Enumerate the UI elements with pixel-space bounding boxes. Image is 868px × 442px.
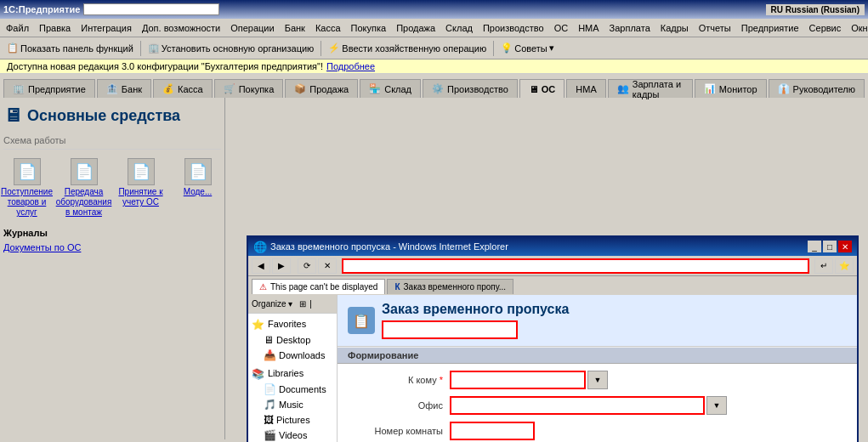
tab-sales[interactable]: 📦 Продажа — [285, 79, 358, 98]
form-header-input[interactable] — [382, 320, 518, 339]
menu-enterprise[interactable]: Предприятие — [737, 21, 803, 35]
nav-tabs: 🏢 Предприятие 🏦 Банк 💰 Касса 🛒 Покупка 📦… — [0, 74, 868, 98]
menu-edit[interactable]: Правка — [35, 21, 75, 35]
menu-bank[interactable]: Банк — [281, 21, 309, 35]
tab-enterprise[interactable]: 🏢 Предприятие — [3, 79, 95, 98]
icon-receipt[interactable]: 📄 Поступление товаров и услуг — [3, 158, 50, 218]
menu-os[interactable]: ОС — [550, 21, 573, 35]
menu-production[interactable]: Производство — [479, 21, 548, 35]
ie-tab-order[interactable]: К Заказ временного пропу... — [387, 279, 513, 294]
close-button[interactable]: ✕ — [838, 241, 852, 252]
form-title: Заказ временного пропуска — [382, 302, 569, 317]
libraries-item[interactable]: 📚 Libraries — [252, 366, 333, 382]
recipient-input[interactable] — [450, 371, 586, 389]
tab-kassa[interactable]: 💰 Касса — [153, 79, 213, 98]
menu-kassa[interactable]: Касса — [311, 21, 345, 35]
back-button[interactable]: ◀ — [252, 258, 270, 274]
music-item[interactable]: 🎵 Music — [264, 397, 333, 412]
organize-label[interactable]: Organize ▾ — [252, 299, 292, 309]
title-input[interactable] — [83, 3, 219, 15]
menu-staff[interactable]: Кадры — [656, 21, 693, 35]
model-icon: 📄 — [184, 158, 212, 185]
tab-bank[interactable]: 🏦 Банк — [97, 79, 151, 98]
enter-operation-button[interactable]: ⚡ Ввести хозяйственную операцию — [325, 41, 490, 55]
tab-monitor[interactable]: 📊 Монитор — [695, 79, 767, 98]
menu-nma[interactable]: НМА — [574, 21, 603, 35]
icon-transfer[interactable]: 📄 Передача оборудования в монтаж — [60, 158, 107, 218]
tab-salary[interactable]: 👥 Зарплата и кадры — [608, 79, 693, 98]
tab-manager[interactable]: 👔 Руководителю — [769, 79, 865, 98]
salary-icon: 👥 — [617, 83, 629, 94]
menu-operations[interactable]: Операции — [226, 21, 278, 35]
warehouse-icon: 🏪 — [369, 83, 381, 94]
icon-model[interactable]: 📄 Моде... — [174, 158, 221, 218]
field-row-recipient: К кому * ▼ — [348, 371, 847, 389]
tab-nma[interactable]: НМА — [566, 79, 605, 98]
menu-salary[interactable]: Зарплата — [605, 21, 655, 35]
favorites-item[interactable]: ⭐ Favorites — [252, 317, 333, 332]
menu-file[interactable]: Файл — [2, 21, 33, 35]
documents-item[interactable]: 📄 Documents — [264, 382, 333, 397]
bank-icon: 🏦 — [106, 83, 118, 94]
office-input[interactable] — [450, 396, 705, 415]
downloads-item[interactable]: 📥 Downloads — [264, 348, 333, 363]
menu-warehouse[interactable]: Склад — [441, 21, 477, 35]
file-explorer-panel: Organize ▾ ⊞ | ⭐ Favorites 🖥 Desktop — [248, 295, 338, 442]
menu-sales[interactable]: Продажа — [392, 21, 440, 35]
journals-section: Журналы Документы по ОС — [3, 228, 221, 253]
address-bar[interactable] — [342, 258, 809, 274]
refresh-button[interactable]: ⟳ — [298, 258, 316, 274]
menu-reports[interactable]: Отчеты — [695, 21, 735, 35]
menu-purchase[interactable]: Покупка — [347, 21, 391, 35]
room-input[interactable] — [450, 422, 535, 440]
tab-purchase[interactable]: 🛒 Покупка — [214, 79, 284, 98]
journal-link-os[interactable]: Документы по ОС — [3, 241, 221, 253]
info-bar: Доступна новая редакция 3.0 конфигурации… — [0, 60, 868, 74]
stop-button[interactable]: ✕ — [318, 258, 337, 274]
icon-acceptance[interactable]: 📄 Принятие к учету ОС — [117, 158, 164, 218]
maximize-button[interactable]: □ — [823, 241, 837, 252]
minimize-button[interactable]: _ — [808, 241, 821, 252]
enterprise-icon: 🏢 — [13, 83, 25, 94]
downloads-icon: 📥 — [264, 349, 276, 361]
ie-window-controls: _ □ ✕ — [808, 241, 852, 252]
ie-content: Organize ▾ ⊞ | ⭐ Favorites 🖥 Desktop — [248, 295, 857, 442]
ie-tab-bar: ⚠ This page can't be displayed К Заказ в… — [248, 276, 857, 295]
forward-button[interactable]: ▶ — [272, 258, 291, 274]
toolbar-separator-2 — [321, 41, 321, 56]
tab-os[interactable]: 🖥 ОС — [519, 79, 565, 98]
show-functions-button[interactable]: 📋 Показать панель функций — [3, 41, 137, 55]
videos-item[interactable]: 🎬 Videos — [264, 428, 333, 442]
tab-warehouse[interactable]: 🏪 Склад — [360, 79, 421, 98]
desktop-item[interactable]: 🖥 Desktop — [264, 332, 333, 348]
required-mark: * — [440, 375, 443, 385]
left-panel: 🖥 Основные средства Схема работы 📄 Посту… — [0, 98, 225, 439]
more-info-link[interactable]: Подробнее — [326, 61, 375, 71]
office-dropdown[interactable]: ▼ — [706, 396, 727, 415]
app-title: 1С:Предприятие — [3, 4, 80, 14]
acceptance-icon: 📄 — [128, 158, 155, 185]
menu-integration[interactable]: Интеграция — [77, 21, 136, 35]
go-button[interactable]: ↵ — [814, 258, 833, 274]
form-body: К кому * ▼ Офис — [338, 364, 857, 442]
menu-service[interactable]: Сервис — [805, 21, 846, 35]
favorites-group: ⭐ Favorites 🖥 Desktop 📥 Downloads — [252, 317, 333, 363]
menu-extras[interactable]: Доп. возможности — [138, 21, 224, 35]
field-row-office: Офис ▼ — [348, 396, 847, 415]
recipient-dropdown[interactable]: ▼ — [587, 371, 608, 389]
favorites-button[interactable]: ⭐ — [835, 258, 854, 274]
set-org-button[interactable]: 🏢 Установить основную организацию — [145, 41, 318, 55]
tips-button[interactable]: 💡 Советы ▾ — [497, 41, 557, 55]
ie-tab-error[interactable]: ⚠ This page can't be displayed — [252, 279, 385, 294]
form-panel: 📋 Заказ временного пропуска Формирование… — [338, 295, 857, 442]
tab-production[interactable]: ⚙️ Производство — [423, 79, 518, 98]
libraries-icon: 📚 — [252, 368, 264, 380]
views-icon[interactable]: ⊞ — [299, 299, 306, 309]
menu-windows[interactable]: Окна — [847, 21, 868, 35]
pictures-item[interactable]: 🖼 Pictures — [264, 412, 333, 428]
language-selector[interactable]: RU Russian (Russian) — [766, 4, 865, 15]
schema-title: Схема работы — [3, 133, 221, 150]
title-bar: 1С:Предприятие RU Russian (Russian) — [0, 0, 868, 19]
manager-icon: 👔 — [778, 83, 790, 94]
recipient-label: К кому * — [348, 375, 450, 385]
